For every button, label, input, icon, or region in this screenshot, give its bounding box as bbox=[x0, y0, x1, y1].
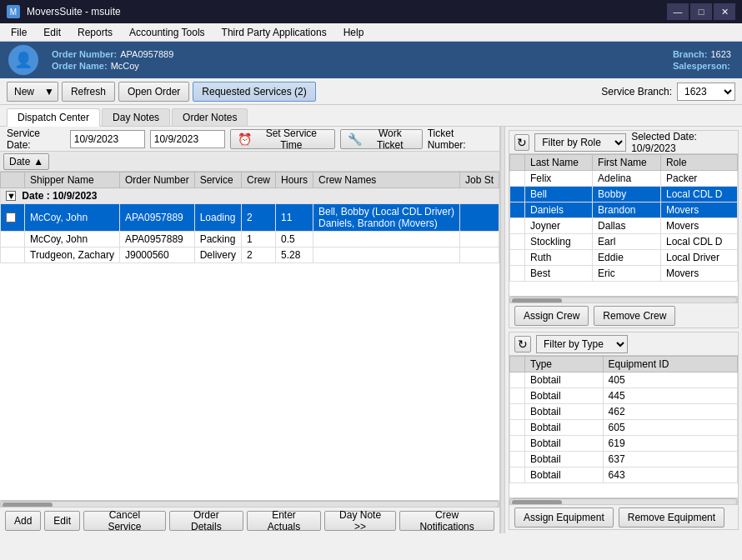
new-dropdown-arrow[interactable]: ▼ bbox=[41, 82, 58, 102]
job-status-cell bbox=[459, 204, 499, 232]
equip-refresh-button[interactable]: ↻ bbox=[514, 336, 531, 352]
assign-equipment-button[interactable]: Assign Equipment bbox=[514, 508, 614, 528]
data-grid[interactable]: Shipper Name Order Number Service Crew H… bbox=[0, 172, 499, 500]
crew-last-name: Bell bbox=[525, 187, 593, 202]
crew-refresh-button[interactable]: ↻ bbox=[514, 134, 529, 151]
equip-row[interactable]: Bobtail 462 bbox=[510, 404, 738, 420]
service-date-from[interactable] bbox=[70, 130, 145, 148]
crew-filter-select[interactable]: Filter by Role bbox=[534, 133, 626, 152]
cancel-service-button[interactable]: Cancel Service bbox=[83, 511, 166, 531]
assign-crew-button[interactable]: Assign Crew bbox=[514, 306, 589, 326]
open-order-button[interactable]: Open Order bbox=[118, 82, 189, 102]
new-button[interactable]: New bbox=[7, 82, 41, 102]
crew-row[interactable]: Joyner Dallas Movers bbox=[510, 218, 738, 234]
equip-filter-select[interactable]: Filter by Type bbox=[536, 335, 628, 353]
menu-bar: File Edit Reports Accounting Tools Third… bbox=[0, 23, 742, 42]
equip-row[interactable]: Bobtail 605 bbox=[510, 420, 738, 436]
group-expand-icon[interactable]: ▼ bbox=[6, 191, 16, 201]
crew-role: Movers bbox=[660, 202, 737, 218]
menu-help[interactable]: Help bbox=[336, 24, 372, 41]
tab-dispatch-center[interactable]: Dispatch Center bbox=[7, 108, 100, 127]
equip-row[interactable]: Bobtail 445 bbox=[510, 388, 738, 404]
table-row[interactable]: Trudgeon, Zachary J9000560 Delivery 2 5.… bbox=[1, 248, 499, 263]
table-row[interactable]: McCoy, John APA0957889 Packing 1 0.5 bbox=[1, 232, 499, 248]
equip-grid[interactable]: Type Equipment ID Bobtail 405 Bobtail bbox=[509, 356, 738, 498]
crew-action-bar: Assign Crew Remove Crew bbox=[509, 302, 738, 328]
refresh-button[interactable]: Refresh bbox=[62, 82, 115, 102]
crew-col-last-name: Last Name bbox=[525, 155, 593, 171]
equip-type: Bobtail bbox=[525, 388, 604, 404]
tab-day-notes[interactable]: Day Notes bbox=[102, 108, 170, 126]
crew-cell: 2 bbox=[241, 248, 275, 263]
crew-row[interactable]: Ruth Eddie Local Driver bbox=[510, 250, 738, 266]
equip-section-header: ↻ Filter by Type bbox=[509, 332, 738, 356]
sort-date-button[interactable]: Date ▲ bbox=[3, 153, 49, 170]
crew-role: Movers bbox=[660, 266, 737, 282]
equip-col-type: Type bbox=[525, 357, 604, 372]
app-title: MoversSuite - msuite bbox=[27, 6, 121, 18]
job-status-cell bbox=[459, 232, 499, 248]
minimize-button[interactable]: — bbox=[667, 3, 689, 20]
menu-edit[interactable]: Edit bbox=[36, 24, 68, 41]
crew-horizontal-scrollbar[interactable] bbox=[509, 296, 738, 302]
equip-col-expand bbox=[510, 357, 525, 372]
col-shipper-name: Shipper Name bbox=[25, 172, 120, 188]
menu-reports[interactable]: Reports bbox=[70, 24, 120, 41]
crew-names-cell bbox=[313, 232, 460, 248]
shipper-name-cell: Trudgeon, Zachary bbox=[25, 248, 120, 263]
service-branch-select[interactable]: 1623 bbox=[677, 82, 735, 101]
crew-row[interactable]: Bell Bobby Local CDL D bbox=[510, 187, 738, 202]
col-expand bbox=[1, 172, 25, 188]
remove-crew-button[interactable]: Remove Crew bbox=[594, 306, 675, 326]
equip-row[interactable]: Bobtail 405 bbox=[510, 372, 738, 388]
crew-row[interactable]: Best Eric Movers bbox=[510, 266, 738, 282]
set-service-time-button[interactable]: ⏰ Set Service Time bbox=[230, 129, 335, 149]
col-crew-names: Crew Names bbox=[313, 172, 460, 188]
main-content: Service Date: ⏰ Set Service Time 🔧 Work … bbox=[0, 127, 742, 533]
crew-notifications-button[interactable]: Crew Notifications bbox=[399, 511, 494, 531]
work-ticket-button[interactable]: 🔧 Work Ticket bbox=[340, 129, 423, 149]
order-number-label: Order Number: bbox=[52, 49, 117, 59]
menu-file[interactable]: File bbox=[3, 24, 34, 41]
crew-row[interactable]: Stockling Earl Local CDL D bbox=[510, 234, 738, 250]
tab-order-notes[interactable]: Order Notes bbox=[172, 108, 248, 126]
equip-row[interactable]: Bobtail 619 bbox=[510, 436, 738, 452]
app-icon: M bbox=[7, 5, 20, 18]
horizontal-scrollbar[interactable] bbox=[0, 500, 499, 507]
crew-col-role: Role bbox=[660, 155, 737, 171]
col-job-status: Job St bbox=[459, 172, 499, 188]
equip-row[interactable]: Bobtail 643 bbox=[510, 468, 738, 483]
order-details-button[interactable]: Order Details bbox=[169, 511, 243, 531]
branch-info: Branch: 1623 Salesperson: bbox=[673, 49, 734, 71]
crew-col-first-name: First Name bbox=[593, 155, 661, 171]
table-row[interactable]: ▼ McCoy, John APA0957889 Loading 2 11 Be… bbox=[1, 204, 499, 232]
crew-first-name: Dallas bbox=[593, 218, 661, 234]
equip-id: 637 bbox=[603, 452, 737, 468]
crew-grid[interactable]: Last Name First Name Role Felix Adelina … bbox=[509, 154, 738, 296]
order-number-cell: APA0957889 bbox=[119, 204, 194, 232]
close-button[interactable]: ✕ bbox=[714, 3, 735, 20]
info-bar: 👤 Order Number: APA0957889 Order Name: M… bbox=[0, 42, 742, 78]
title-bar: M MoversSuite - msuite — □ ✕ bbox=[0, 0, 742, 23]
tab-bar: Dispatch Center Day Notes Order Notes bbox=[0, 105, 742, 127]
crew-row[interactable]: Daniels Brandon Movers bbox=[510, 202, 738, 218]
crew-role: Local CDL D bbox=[660, 187, 737, 202]
menu-accounting[interactable]: Accounting Tools bbox=[122, 24, 213, 41]
day-note-button[interactable]: Day Note >> bbox=[324, 511, 396, 531]
add-button[interactable]: Add bbox=[5, 511, 41, 531]
crew-first-name: Eric bbox=[593, 266, 661, 282]
remove-equipment-button[interactable]: Remove Equipment bbox=[619, 508, 724, 528]
right-panel: ↻ Filter by Role Selected Date: 10/9/202… bbox=[505, 127, 742, 533]
requested-services-button[interactable]: Requested Services (2) bbox=[193, 82, 315, 102]
enter-actuals-button[interactable]: Enter Actuals bbox=[247, 511, 321, 531]
service-date-to[interactable] bbox=[150, 130, 225, 148]
equip-horizontal-scrollbar[interactable] bbox=[509, 498, 738, 504]
equip-type: Bobtail bbox=[525, 452, 604, 468]
order-details: Order Number: APA0957889 Order Name: McC… bbox=[52, 49, 659, 71]
equip-row[interactable]: Bobtail 637 bbox=[510, 452, 738, 468]
maximize-button[interactable]: □ bbox=[690, 3, 712, 20]
col-service: Service bbox=[194, 172, 241, 188]
edit-button[interactable]: Edit bbox=[44, 511, 80, 531]
menu-thirdparty[interactable]: Third Party Applications bbox=[214, 24, 334, 41]
crew-last-name: Daniels bbox=[525, 202, 593, 218]
